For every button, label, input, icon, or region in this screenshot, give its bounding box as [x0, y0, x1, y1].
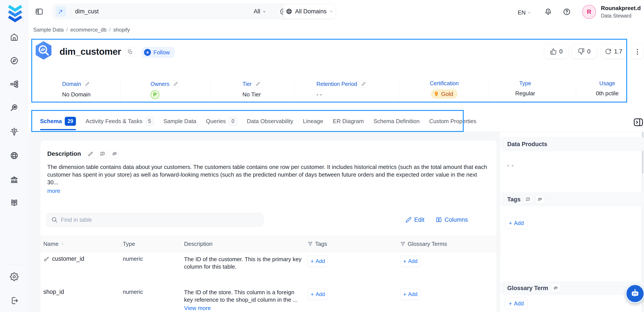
add-glossary-term-button[interactable]: + Add [400, 288, 420, 300]
request-description-button[interactable] [98, 149, 107, 158]
ai-search-button[interactable] [56, 6, 66, 17]
domain-label: Domain [62, 81, 81, 87]
edit-retention-button[interactable] [360, 80, 367, 88]
chat-threads-icon [538, 197, 542, 202]
sidebar-item-home[interactable] [10, 33, 19, 42]
home-icon [10, 33, 18, 42]
add-tag-button[interactable]: + Add [308, 288, 328, 300]
user-avatar[interactable]: R [582, 5, 596, 19]
edit-description-button[interactable] [86, 149, 95, 158]
breadcrumb-schema[interactable]: shopify [113, 27, 130, 33]
tab-sample-data[interactable]: Sample Data [164, 111, 196, 132]
tab-activity-feeds[interactable]: Activity Feeds & Tasks 5 [86, 111, 154, 132]
app-logo[interactable] [6, 3, 24, 23]
domain-value: No Domain [62, 91, 90, 98]
type-value: Regular [515, 90, 535, 97]
sidebar-item-explore[interactable] [10, 56, 19, 66]
glossary-cell: + Add [400, 255, 497, 267]
data-products-value: - - [507, 162, 514, 169]
sidebar-item-data-assets[interactable] [10, 79, 19, 89]
tab-queries[interactable]: Queries 0 [206, 111, 237, 132]
sidebar-item-glossary[interactable] [10, 198, 19, 208]
tab-er-diagram[interactable]: ER Diagram [333, 111, 364, 132]
column-description: The ID of the store. This column is a fo… [184, 288, 303, 312]
book-icon [10, 199, 18, 207]
tab-custom-properties[interactable]: Custom Properties [429, 111, 476, 132]
left-sidebar [0, 0, 28, 312]
type-label: Type [519, 80, 531, 87]
meta-type: Type Regular [510, 80, 540, 97]
glossary-conversation-button[interactable] [551, 284, 560, 292]
sidebar-item-govern[interactable] [10, 175, 19, 185]
header-type: Type [123, 241, 184, 247]
sidebar-item-domains[interactable] [10, 151, 19, 160]
view-more-link[interactable]: View more [184, 304, 211, 312]
user-info[interactable]: Rounakpreet.d Data Steward [601, 5, 641, 19]
meta-divider [294, 82, 295, 100]
owner-avatar[interactable]: P [150, 90, 159, 99]
copy-name-button[interactable] [126, 47, 135, 57]
header-tags[interactable]: Tags [308, 241, 400, 247]
entity-tabs: Schema 29 Activity Feeds & Tasks 5 Sampl… [40, 111, 476, 132]
tab-schema[interactable]: Schema 29 [40, 111, 76, 132]
find-in-table-input[interactable] [61, 216, 258, 223]
avatar-initial: R [587, 8, 591, 15]
plus-icon: + [403, 258, 406, 264]
follow-button[interactable]: Follow [142, 47, 174, 58]
breadcrumb-service[interactable]: Sample Data [33, 27, 64, 33]
columns-visibility-button[interactable]: Columns [436, 216, 468, 223]
global-search-bar[interactable]: All [52, 4, 292, 19]
pencil-icon [406, 217, 412, 223]
glossary-title: Glossary Term [507, 285, 548, 292]
collapse-right-panel-button[interactable] [633, 117, 644, 128]
help-button[interactable] [563, 8, 571, 16]
column-name-cell[interactable]: customer_id [40, 255, 123, 262]
sidebar-toggle-button[interactable] [35, 8, 43, 16]
panel-right-icon [633, 117, 644, 128]
request-tags-button[interactable] [524, 195, 532, 204]
thumbs-up-icon [550, 48, 557, 55]
edit-domain-button[interactable] [84, 80, 91, 88]
sidebar-item-insights[interactable] [10, 127, 19, 137]
tab-lineage[interactable]: Lineage [303, 111, 323, 132]
column-name-cell[interactable]: shop_id [40, 288, 123, 295]
language-label: EN [518, 9, 526, 16]
sidebar-item-logout[interactable] [10, 296, 19, 305]
add-glossary-term-panel-button[interactable]: + Add [505, 297, 528, 309]
version-number: 1.7 [614, 48, 622, 55]
all-domains-dropdown[interactable]: All Domains [283, 4, 336, 19]
search-input[interactable] [75, 8, 254, 15]
description-more-link[interactable]: more [47, 188, 60, 194]
find-in-table-search[interactable] [46, 213, 264, 227]
sidebar-item-observability[interactable] [10, 103, 19, 113]
version-button[interactable]: 1.7 [601, 44, 626, 59]
more-actions-button[interactable]: ⋮ [631, 44, 644, 59]
meta-divider [489, 82, 489, 100]
language-dropdown[interactable]: EN [518, 9, 531, 16]
edit-columns-button[interactable]: Edit [406, 216, 424, 223]
search-scope-dropdown[interactable]: All [254, 8, 266, 15]
tags-conversation-button[interactable] [536, 195, 544, 204]
header-glossary-terms[interactable]: Glossary Terms [400, 241, 497, 247]
downvote-button[interactable]: 0 [572, 44, 597, 59]
globe-icon [10, 151, 18, 160]
description-conversation-button[interactable] [110, 149, 119, 158]
add-glossary-term-button[interactable]: + Add [400, 255, 420, 267]
header-name[interactable]: Name [40, 241, 123, 247]
edit-owners-button[interactable] [172, 80, 180, 88]
add-tags-button[interactable]: + Add [505, 217, 528, 229]
tab-schema-definition[interactable]: Schema Definition [373, 111, 420, 132]
add-tag-button[interactable]: + Add [308, 255, 328, 267]
robot-icon [630, 288, 640, 299]
breadcrumb-database[interactable]: ecommerce_db [70, 27, 106, 33]
tab-data-observability[interactable]: Data Observability [247, 111, 293, 132]
sidebar-item-settings[interactable] [10, 272, 19, 281]
comment-question-icon [526, 197, 530, 202]
edit-tier-button[interactable] [254, 80, 262, 88]
pencil-icon [256, 82, 260, 86]
chatbot-button[interactable] [626, 284, 644, 303]
header-name-label: Name [43, 241, 58, 247]
notifications-button[interactable] [544, 8, 552, 16]
upvote-button[interactable]: 0 [544, 44, 568, 59]
downvote-count: 0 [587, 48, 590, 55]
